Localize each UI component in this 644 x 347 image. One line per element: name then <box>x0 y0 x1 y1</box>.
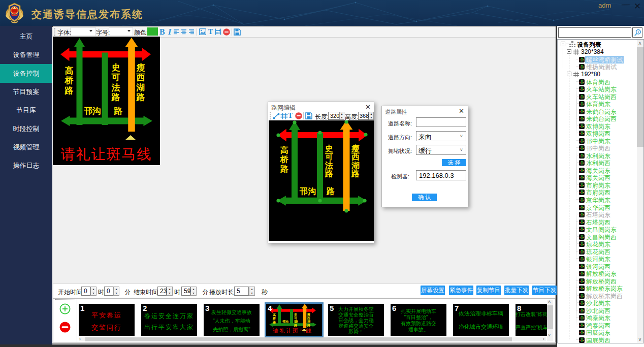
svg-text:瘦: 瘦 <box>307 312 310 317</box>
svg-text:邗沟: 邗沟 <box>299 187 316 196</box>
svg-text:可: 可 <box>111 73 120 82</box>
svg-text:邗沟: 邗沟 <box>282 320 288 324</box>
svg-text:路: 路 <box>325 169 333 178</box>
svg-text:路: 路 <box>280 164 288 173</box>
svg-text:3: 3 <box>637 30 639 34</box>
svg-text:湖: 湖 <box>351 161 360 170</box>
svg-text:高: 高 <box>65 66 74 76</box>
svg-text:路: 路 <box>111 92 120 102</box>
svg-text:路: 路 <box>326 186 335 196</box>
svg-text:法: 法 <box>111 83 120 92</box>
svg-text:桥: 桥 <box>65 76 74 85</box>
svg-text:桥: 桥 <box>272 317 276 320</box>
svg-text:西: 西 <box>136 73 145 82</box>
svg-text:请礼让斑马线: 请礼让斑马线 <box>273 328 312 333</box>
svg-text:史: 史 <box>294 312 297 317</box>
svg-text:西: 西 <box>307 317 310 320</box>
svg-text:西: 西 <box>351 152 360 161</box>
svg-text:桥: 桥 <box>280 155 288 164</box>
svg-text:路: 路 <box>65 86 74 96</box>
svg-text:可: 可 <box>294 317 297 320</box>
svg-text:高: 高 <box>273 313 276 317</box>
svg-text:高: 高 <box>280 145 288 154</box>
svg-text:法: 法 <box>325 161 333 170</box>
svg-text:路: 路 <box>114 106 123 116</box>
svg-text:路: 路 <box>295 320 299 324</box>
svg-text:请礼让斑马线: 请礼让斑马线 <box>61 146 152 162</box>
svg-text:瘦: 瘦 <box>351 144 360 153</box>
svg-text:路: 路 <box>307 323 311 327</box>
svg-text:路: 路 <box>136 92 145 102</box>
svg-text:史: 史 <box>112 63 120 73</box>
svg-text:路: 路 <box>272 320 276 324</box>
svg-text:可: 可 <box>325 152 333 161</box>
svg-text:湖: 湖 <box>136 83 145 92</box>
svg-text:史: 史 <box>325 144 333 153</box>
svg-text:路: 路 <box>351 169 360 178</box>
svg-text:湖: 湖 <box>307 320 310 323</box>
svg-text:邗沟: 邗沟 <box>83 106 101 116</box>
svg-text:瘦: 瘦 <box>136 62 145 73</box>
svg-text:路: 路 <box>294 323 298 327</box>
